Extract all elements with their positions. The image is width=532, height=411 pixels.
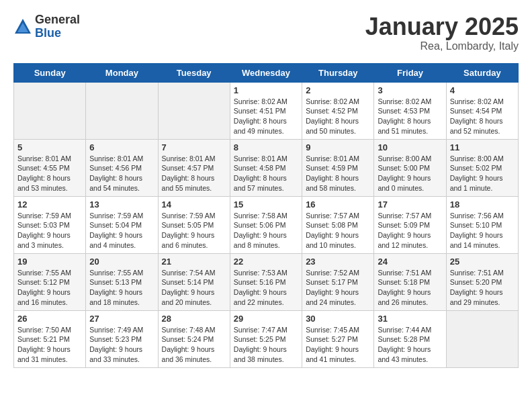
day-number: 9 xyxy=(306,142,370,152)
calendar-table: SundayMondayTuesdayWednesdayThursdayFrid… xyxy=(13,63,519,368)
calendar-day-cell: 3Sunrise: 8:02 AM Sunset: 4:53 PM Daylig… xyxy=(374,82,446,139)
logo-general-text: General xyxy=(35,13,80,27)
day-info: Sunrise: 7:53 AM Sunset: 5:16 PM Dayligh… xyxy=(234,268,298,308)
day-number: 1 xyxy=(234,85,298,95)
day-info: Sunrise: 7:47 AM Sunset: 5:25 PM Dayligh… xyxy=(234,325,298,365)
day-number: 26 xyxy=(17,314,82,324)
weekday-header-row: SundayMondayTuesdayWednesdayThursdayFrid… xyxy=(14,63,519,82)
calendar-day-cell xyxy=(14,82,86,139)
calendar-day-cell: 8Sunrise: 8:01 AM Sunset: 4:58 PM Daylig… xyxy=(230,139,302,196)
day-number: 3 xyxy=(378,85,442,95)
calendar-day-cell: 17Sunrise: 7:57 AM Sunset: 5:09 PM Dayli… xyxy=(374,196,446,253)
calendar-day-cell: 9Sunrise: 8:01 AM Sunset: 4:59 PM Daylig… xyxy=(302,139,374,196)
calendar-day-cell: 24Sunrise: 7:51 AM Sunset: 5:18 PM Dayli… xyxy=(374,253,446,310)
calendar-day-cell: 5Sunrise: 8:01 AM Sunset: 4:55 PM Daylig… xyxy=(14,139,86,196)
day-number: 10 xyxy=(378,142,442,152)
calendar-day-cell xyxy=(158,82,230,139)
day-info: Sunrise: 7:57 AM Sunset: 5:08 PM Dayligh… xyxy=(306,211,370,250)
day-info: Sunrise: 8:01 AM Sunset: 4:56 PM Dayligh… xyxy=(89,154,154,193)
day-info: Sunrise: 8:01 AM Sunset: 4:57 PM Dayligh… xyxy=(162,154,226,193)
day-info: Sunrise: 8:00 AM Sunset: 5:02 PM Dayligh… xyxy=(450,154,515,193)
calendar-day-cell: 4Sunrise: 8:02 AM Sunset: 4:54 PM Daylig… xyxy=(446,82,518,139)
day-number: 20 xyxy=(89,257,154,267)
day-number: 24 xyxy=(378,257,442,267)
day-number: 16 xyxy=(306,199,370,210)
calendar-day-cell: 1Sunrise: 8:02 AM Sunset: 4:51 PM Daylig… xyxy=(230,82,302,139)
day-number: 14 xyxy=(162,199,226,210)
day-number: 29 xyxy=(234,314,298,324)
weekday-header-cell: Thursday xyxy=(302,63,374,82)
calendar-day-cell: 6Sunrise: 8:01 AM Sunset: 4:56 PM Daylig… xyxy=(86,139,158,196)
day-number: 30 xyxy=(306,314,370,324)
day-info: Sunrise: 8:02 AM Sunset: 4:53 PM Dayligh… xyxy=(378,97,442,136)
day-info: Sunrise: 7:54 AM Sunset: 5:14 PM Dayligh… xyxy=(162,268,226,308)
calendar-week-row: 19Sunrise: 7:55 AM Sunset: 5:12 PM Dayli… xyxy=(14,253,519,310)
day-info: Sunrise: 7:57 AM Sunset: 5:09 PM Dayligh… xyxy=(378,211,442,250)
day-info: Sunrise: 8:00 AM Sunset: 5:00 PM Dayligh… xyxy=(378,154,442,193)
day-info: Sunrise: 7:59 AM Sunset: 5:03 PM Dayligh… xyxy=(17,211,82,250)
day-info: Sunrise: 7:51 AM Sunset: 5:20 PM Dayligh… xyxy=(450,268,515,308)
logo-blue-text: Blue xyxy=(35,27,80,40)
calendar-week-row: 12Sunrise: 7:59 AM Sunset: 5:03 PM Dayli… xyxy=(14,196,519,253)
calendar-day-cell: 7Sunrise: 8:01 AM Sunset: 4:57 PM Daylig… xyxy=(158,139,230,196)
calendar-body: 1Sunrise: 8:02 AM Sunset: 4:51 PM Daylig… xyxy=(14,82,519,367)
calendar-day-cell: 21Sunrise: 7:54 AM Sunset: 5:14 PM Dayli… xyxy=(158,253,230,310)
calendar-day-cell: 28Sunrise: 7:48 AM Sunset: 5:24 PM Dayli… xyxy=(158,310,230,367)
day-info: Sunrise: 7:45 AM Sunset: 5:27 PM Dayligh… xyxy=(306,325,370,365)
day-info: Sunrise: 7:49 AM Sunset: 5:23 PM Dayligh… xyxy=(89,325,154,365)
weekday-header-cell: Wednesday xyxy=(230,63,302,82)
calendar-day-cell: 31Sunrise: 7:44 AM Sunset: 5:28 PM Dayli… xyxy=(374,310,446,367)
day-number: 2 xyxy=(306,85,370,95)
calendar-day-cell: 29Sunrise: 7:47 AM Sunset: 5:25 PM Dayli… xyxy=(230,310,302,367)
calendar-day-cell: 25Sunrise: 7:51 AM Sunset: 5:20 PM Dayli… xyxy=(446,253,518,310)
day-number: 23 xyxy=(306,257,370,267)
day-info: Sunrise: 7:52 AM Sunset: 5:17 PM Dayligh… xyxy=(306,268,370,308)
weekday-header-cell: Saturday xyxy=(446,63,518,82)
calendar-day-cell: 26Sunrise: 7:50 AM Sunset: 5:21 PM Dayli… xyxy=(14,310,86,367)
day-info: Sunrise: 7:48 AM Sunset: 5:24 PM Dayligh… xyxy=(162,325,226,365)
logo: General Blue xyxy=(13,13,80,40)
calendar-day-cell: 18Sunrise: 7:56 AM Sunset: 5:10 PM Dayli… xyxy=(446,196,518,253)
day-info: Sunrise: 8:01 AM Sunset: 4:55 PM Dayligh… xyxy=(17,154,82,193)
month-title: January 2025 xyxy=(365,13,519,40)
day-info: Sunrise: 8:02 AM Sunset: 4:54 PM Dayligh… xyxy=(450,97,515,136)
calendar-day-cell: 15Sunrise: 7:58 AM Sunset: 5:06 PM Dayli… xyxy=(230,196,302,253)
day-number: 11 xyxy=(450,142,515,152)
day-number: 5 xyxy=(17,142,82,152)
day-info: Sunrise: 7:51 AM Sunset: 5:18 PM Dayligh… xyxy=(378,268,442,308)
day-info: Sunrise: 8:02 AM Sunset: 4:51 PM Dayligh… xyxy=(234,97,298,136)
calendar-week-row: 26Sunrise: 7:50 AM Sunset: 5:21 PM Dayli… xyxy=(14,310,519,367)
weekday-header-cell: Friday xyxy=(374,63,446,82)
day-number: 6 xyxy=(89,142,154,152)
day-info: Sunrise: 7:50 AM Sunset: 5:21 PM Dayligh… xyxy=(17,325,82,365)
day-number: 18 xyxy=(450,199,515,210)
calendar-day-cell xyxy=(86,82,158,139)
calendar-day-cell: 14Sunrise: 7:59 AM Sunset: 5:05 PM Dayli… xyxy=(158,196,230,253)
day-info: Sunrise: 7:59 AM Sunset: 5:05 PM Dayligh… xyxy=(162,211,226,250)
calendar-day-cell: 22Sunrise: 7:53 AM Sunset: 5:16 PM Dayli… xyxy=(230,253,302,310)
day-info: Sunrise: 8:01 AM Sunset: 4:58 PM Dayligh… xyxy=(234,154,298,193)
calendar-week-row: 1Sunrise: 8:02 AM Sunset: 4:51 PM Daylig… xyxy=(14,82,519,139)
day-number: 12 xyxy=(17,199,82,210)
day-number: 17 xyxy=(378,199,442,210)
day-number: 19 xyxy=(17,257,82,267)
calendar-day-cell: 20Sunrise: 7:55 AM Sunset: 5:13 PM Dayli… xyxy=(86,253,158,310)
day-number: 22 xyxy=(234,257,298,267)
weekday-header-cell: Monday xyxy=(86,63,158,82)
calendar-day-cell: 27Sunrise: 7:49 AM Sunset: 5:23 PM Dayli… xyxy=(86,310,158,367)
day-number: 27 xyxy=(89,314,154,324)
day-info: Sunrise: 8:02 AM Sunset: 4:52 PM Dayligh… xyxy=(306,97,370,136)
day-info: Sunrise: 7:58 AM Sunset: 5:06 PM Dayligh… xyxy=(234,211,298,250)
day-number: 15 xyxy=(234,199,298,210)
day-info: Sunrise: 8:01 AM Sunset: 4:59 PM Dayligh… xyxy=(306,154,370,193)
calendar-day-cell: 10Sunrise: 8:00 AM Sunset: 5:00 PM Dayli… xyxy=(374,139,446,196)
calendar-day-cell: 16Sunrise: 7:57 AM Sunset: 5:08 PM Dayli… xyxy=(302,196,374,253)
calendar-day-cell: 13Sunrise: 7:59 AM Sunset: 5:04 PM Dayli… xyxy=(86,196,158,253)
calendar-week-row: 5Sunrise: 8:01 AM Sunset: 4:55 PM Daylig… xyxy=(14,139,519,196)
day-number: 31 xyxy=(378,314,442,324)
weekday-header-cell: Tuesday xyxy=(158,63,230,82)
day-number: 8 xyxy=(234,142,298,152)
page-header: General Blue January 2025 Rea, Lombardy,… xyxy=(13,13,519,52)
day-info: Sunrise: 7:55 AM Sunset: 5:12 PM Dayligh… xyxy=(17,268,82,308)
day-number: 28 xyxy=(162,314,226,324)
